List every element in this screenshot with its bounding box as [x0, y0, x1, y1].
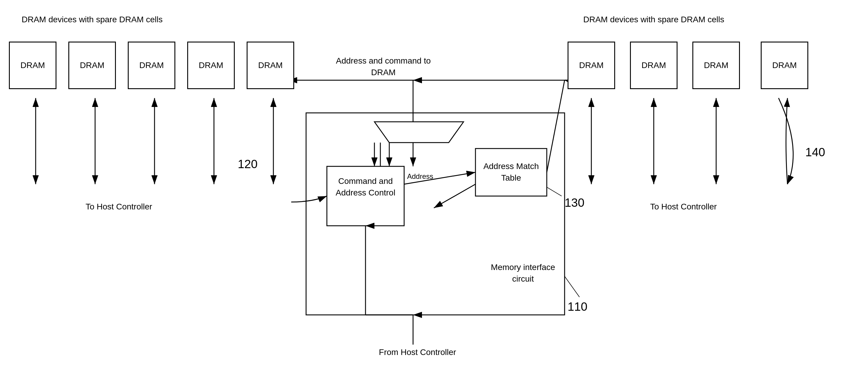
from-host-label: From Host Controller — [366, 348, 469, 357]
left-dram-2: DRAM — [68, 41, 116, 89]
left-dram-1: DRAM — [9, 41, 57, 89]
label-110: 110 — [567, 300, 587, 313]
command-address-control-label: Command and Address Control — [328, 175, 403, 198]
right-dram-4: DRAM — [761, 41, 808, 89]
diagram-container: DRAM devices with spare DRAM cells DRAM … — [0, 0, 868, 374]
label-130: 130 — [565, 196, 585, 210]
svg-line-25 — [547, 80, 565, 172]
right-group-footer: To Host Controller — [624, 202, 743, 212]
right-dram-1: DRAM — [567, 41, 615, 89]
label-120: 120 — [238, 157, 258, 171]
svg-line-29 — [565, 276, 580, 297]
address-match-table-label: Address Match Table — [477, 160, 545, 184]
left-dram-5: DRAM — [247, 41, 294, 89]
address-command-label: Address and command to DRAM — [327, 55, 440, 78]
right-dram-2: DRAM — [630, 41, 678, 89]
left-group-footer: To Host Controller — [59, 202, 178, 212]
svg-line-24 — [434, 184, 475, 208]
label-140: 140 — [805, 146, 825, 159]
svg-marker-15 — [374, 122, 464, 143]
left-dram-4: DRAM — [187, 41, 235, 89]
left-group-header: DRAM devices with spare DRAM cells — [18, 15, 166, 24]
memory-interface-label: Memory interface circuit — [490, 261, 556, 285]
left-dram-3: DRAM — [128, 41, 175, 89]
svg-line-30 — [547, 187, 562, 196]
right-group-header: DRAM devices with spare DRAM cells — [580, 15, 728, 24]
right-dram-3: DRAM — [692, 41, 740, 89]
address-small-label: Address — [407, 172, 433, 181]
